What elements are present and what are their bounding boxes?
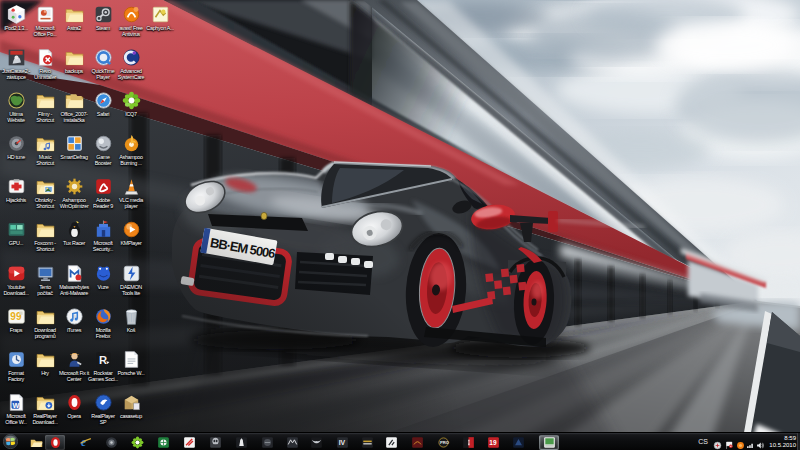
svg-text:IV: IV [338, 439, 345, 446]
svg-text:PRO: PRO [439, 440, 449, 445]
svg-text:19: 19 [489, 439, 497, 446]
svg-text:R: R [99, 354, 107, 366]
svg-text:W: W [12, 401, 19, 410]
